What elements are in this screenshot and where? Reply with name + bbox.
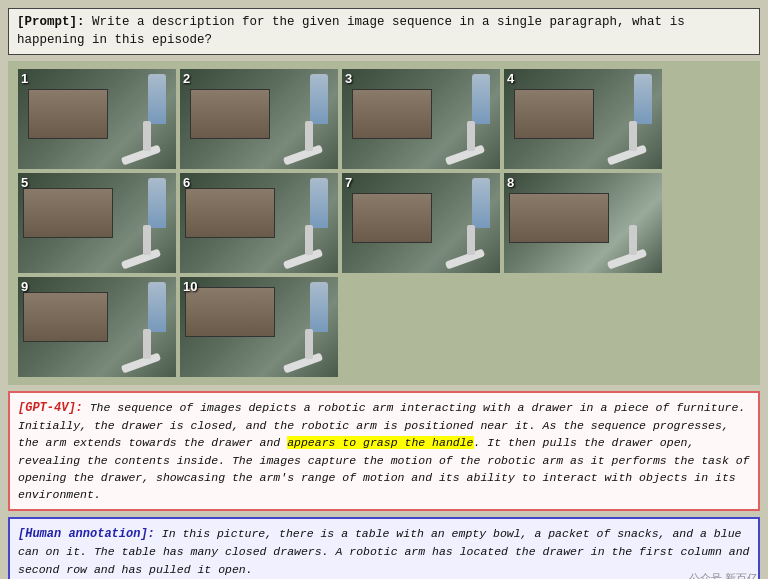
bottle-6 [310,178,328,228]
image-cell-2: 2 [180,69,338,169]
drawer-7 [352,193,432,243]
image-number-10: 10 [183,279,197,294]
image-bg-3 [342,69,500,169]
bottle-7 [472,178,490,228]
prompt-text: Write a description for the given image … [17,15,685,47]
human-annotation-label: [Human annotation]: [18,527,155,541]
image-bg-2 [180,69,338,169]
image-bg-9 [18,277,176,377]
image-row-3: 9 10 [18,277,750,377]
image-row-2: 5 6 7 8 [18,173,750,273]
image-number-9: 9 [21,279,28,294]
image-number-2: 2 [183,71,190,86]
image-number-6: 6 [183,175,190,190]
bottle-9 [148,282,166,332]
gpt-response-box: [GPT-4V]: The sequence of images depicts… [8,391,760,511]
gpt-label: [GPT-4V]: [18,401,83,415]
watermark: 公众号 新百亿 [689,571,758,579]
image-number-4: 4 [507,71,514,86]
image-cell-1: 1 [18,69,176,169]
bottle-1 [148,74,166,124]
drawer-9 [23,292,108,342]
main-container: [Prompt]: Write a description for the gi… [0,0,768,579]
drawer-4 [514,89,594,139]
image-number-1: 1 [21,71,28,86]
image-number-3: 3 [345,71,352,86]
image-cell-9: 9 [18,277,176,377]
image-bg-8 [504,173,662,273]
drawer-2 [190,89,270,139]
image-number-8: 8 [507,175,514,190]
image-cell-6: 6 [180,173,338,273]
image-number-5: 5 [21,175,28,190]
gpt-highlight-text: appears to grasp the handle [287,436,473,449]
drawer-1 [28,89,108,139]
drawer-10 [185,287,275,337]
image-bg-6 [180,173,338,273]
image-bg-1 [18,69,176,169]
image-number-7: 7 [345,175,352,190]
bottle-5 [148,178,166,228]
image-row-1: 1 2 3 4 [18,69,750,169]
bottle-2 [310,74,328,124]
prompt-box: [Prompt]: Write a description for the gi… [8,8,760,55]
image-bg-7 [342,173,500,273]
drawer-8 [509,193,609,243]
image-cell-4: 4 [504,69,662,169]
image-cell-7: 7 [342,173,500,273]
image-cell-5: 5 [18,173,176,273]
bottle-10 [310,282,328,332]
image-bg-5 [18,173,176,273]
images-grid-area: 1 2 3 4 [8,61,760,385]
drawer-3 [352,89,432,139]
human-annotation-box: [Human annotation]: In this picture, the… [8,517,760,579]
image-cell-10: 10 [180,277,338,377]
prompt-label: [Prompt]: [17,15,85,29]
drawer-6 [185,188,275,238]
image-bg-4 [504,69,662,169]
image-cell-3: 3 [342,69,500,169]
bottle-3 [472,74,490,124]
image-bg-10 [180,277,338,377]
bottle-4 [634,74,652,124]
drawer-5 [23,188,113,238]
image-cell-8: 8 [504,173,662,273]
